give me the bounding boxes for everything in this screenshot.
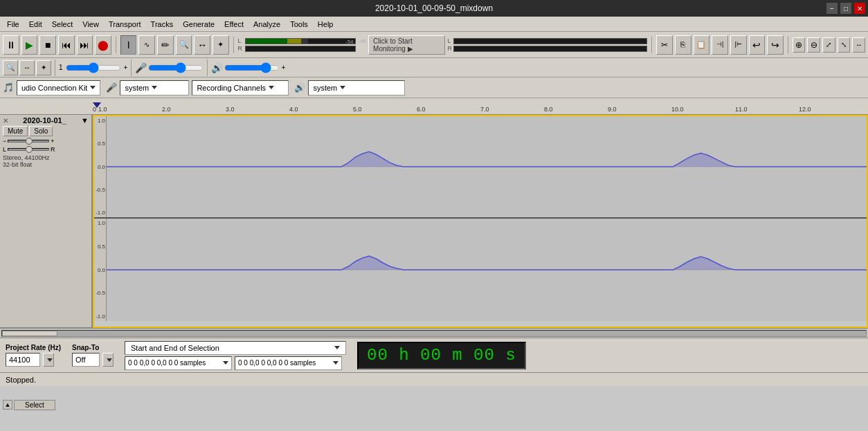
zoom-tool-button[interactable]: 🔍 [176, 35, 192, 55]
maximize-button[interactable]: □ [840, 3, 851, 14]
timeshift-tool-button[interactable]: ↔ [194, 35, 210, 55]
ruler-tick-8: 8.0 [544, 106, 553, 113]
gain-slider-thumb[interactable] [26, 138, 33, 145]
menu-tools[interactable]: Tools [286, 19, 312, 30]
envelope-tool-button[interactable]: ∿ [138, 35, 155, 55]
zoom-selection-button[interactable]: ⤢ [822, 37, 835, 53]
ruler-tick-3: 3.0 [226, 106, 235, 113]
menu-effect[interactable]: Effect [220, 19, 248, 30]
solo-button[interactable]: Solo [29, 126, 53, 136]
input-gain-slider[interactable] [148, 63, 204, 73]
multitool-button[interactable]: ✦ [213, 35, 229, 55]
menu-select[interactable]: Select [48, 19, 78, 30]
redo-button[interactable]: ↪ [767, 35, 784, 55]
record-button[interactable]: ⬤ [95, 35, 111, 55]
recording-channels-dropdown[interactable]: Recording Channels [192, 80, 289, 95]
input-device-arrow [152, 86, 157, 89]
track-dropdown-icon[interactable]: ▼ [81, 116, 89, 125]
playback-speed-section: 1 + [59, 63, 127, 73]
copy-button[interactable]: ⎘ [675, 35, 691, 55]
select-button[interactable]: Select [14, 400, 55, 410]
pause-button[interactable]: ⏸ [3, 35, 19, 55]
speaker-device-icon: 🔊 [294, 82, 305, 93]
ruler-tick-5: 5.0 [353, 106, 362, 113]
scale-2-midtop: 0.5 [95, 244, 105, 250]
input-device-dropdown[interactable]: system [120, 80, 189, 95]
project-rate-section: Project Rate (Hz) 44100 [6, 344, 61, 367]
hscroll-thumb[interactable] [2, 331, 57, 336]
mic-device-icon: 🎤 [106, 82, 117, 93]
output-gain-slider[interactable] [224, 63, 280, 73]
top-channel-wave[interactable] [107, 116, 867, 217]
menu-transport[interactable]: Transport [105, 19, 145, 30]
toggle-scrub-button[interactable]: ✦ [36, 60, 51, 75]
close-button[interactable]: ✕ [854, 3, 865, 14]
statusbar: Stopped. [0, 372, 868, 386]
trim-left-button[interactable]: ⊣| [712, 35, 728, 55]
zoom-out-button[interactable]: ⊖ [807, 37, 820, 53]
start-samples-arrow [223, 361, 228, 365]
play-icon: ▶ [26, 40, 33, 50]
waveform-area[interactable]: 1.0 0.5 0.0 -0.5 -1.0 [93, 115, 868, 328]
stop-button[interactable]: ■ [39, 35, 56, 55]
project-rate-arrow [47, 358, 53, 362]
pan-slider-thumb[interactable] [26, 146, 33, 153]
horizontal-scrollbar[interactable] [0, 328, 868, 338]
zoom-fit-button[interactable]: ⤡ [838, 37, 851, 53]
select-tool-button[interactable]: I [120, 35, 137, 55]
project-rate-input[interactable]: 44100 [6, 353, 40, 367]
mic-icon: 🎤 [135, 62, 147, 73]
minimize-button[interactable]: − [826, 3, 838, 14]
snap-to-value[interactable]: Off [72, 353, 100, 367]
playback-meter-row2: R [238, 45, 356, 52]
gain-plus-label: + [51, 138, 54, 145]
draw-tool-button[interactable]: ✏ [157, 35, 174, 55]
menu-generate[interactable]: Generate [179, 19, 219, 30]
menu-view[interactable]: View [78, 19, 103, 30]
snap-to-dropdown-btn[interactable] [102, 353, 114, 367]
bottom-channel-scale: 1.0 0.5 0.0 -0.5 -1.0 [94, 219, 107, 321]
menu-edit[interactable]: Edit [25, 19, 46, 30]
copy-icon: ⎘ [680, 41, 685, 48]
fit-time-button[interactable]: ↔ [19, 60, 35, 75]
menu-help[interactable]: Help [314, 19, 338, 30]
toolbar2-separator1 [55, 59, 55, 76]
start-samples-input[interactable]: 0 0 0,0 0 0,0 0 0 samples [125, 356, 232, 370]
paste-icon: 📋 [696, 41, 706, 48]
paste-button[interactable]: 📋 [694, 35, 710, 55]
zoom-in-button[interactable]: ⊕ [793, 37, 806, 53]
collapse-select-row: ▲ Select [3, 398, 55, 410]
mute-button[interactable]: Mute [3, 126, 28, 136]
ruler: 0 1.0 2.0 3.0 4.0 5.0 6.0 7.0 8.0 9.0 10… [0, 98, 868, 115]
zoom-out-icon: ⊖ [811, 40, 817, 50]
bottom-channel-container: 1.0 0.5 0.0 -0.5 -1.0 [94, 219, 867, 321]
selection-dropdown[interactable]: Start and End of Selection [125, 341, 346, 355]
skip-end-icon: ⏭ [80, 40, 89, 50]
track-collapse-button[interactable]: ▲ [3, 400, 12, 410]
record-R-bar [453, 46, 647, 52]
bottom-channel-wave[interactable] [107, 219, 867, 321]
record-icon: ⬤ [98, 40, 109, 50]
undo-button[interactable]: ↩ [749, 35, 766, 55]
fit-tracks-button[interactable]: 🔍 [3, 60, 18, 75]
record-meter-row1: L [447, 37, 647, 44]
trim-right-button[interactable]: |⊢ [730, 35, 747, 55]
menu-analyze[interactable]: Analyze [249, 19, 284, 30]
end-samples-input[interactable]: 0 0 0,0 0 0,0 0 0 samples [235, 356, 342, 370]
track-x-button[interactable]: ✕ [3, 117, 8, 125]
zoom-width-button[interactable]: ↔ [852, 37, 865, 53]
project-rate-dropdown-btn[interactable] [43, 353, 54, 367]
zoom-fit-icon: ⤡ [841, 41, 847, 48]
hscroll-track[interactable] [1, 330, 867, 337]
cut-button[interactable]: ✂ [656, 35, 673, 55]
skip-start-button[interactable]: ⏮ [58, 35, 75, 55]
menu-tracks[interactable]: Tracks [147, 19, 178, 30]
monitor-button[interactable]: Click to Start Monitoring ▶ [368, 35, 445, 55]
audio-host-dropdown[interactable]: udio Connection Kit [17, 80, 100, 95]
menu-file[interactable]: File [3, 19, 24, 30]
playback-speed-slider[interactable] [66, 63, 121, 73]
play-button[interactable]: ▶ [21, 35, 38, 55]
monitor-button-label: Click to Start Monitoring ▶ [373, 37, 440, 53]
skip-end-button[interactable]: ⏭ [77, 35, 93, 55]
output-device-dropdown[interactable]: system [308, 80, 405, 95]
